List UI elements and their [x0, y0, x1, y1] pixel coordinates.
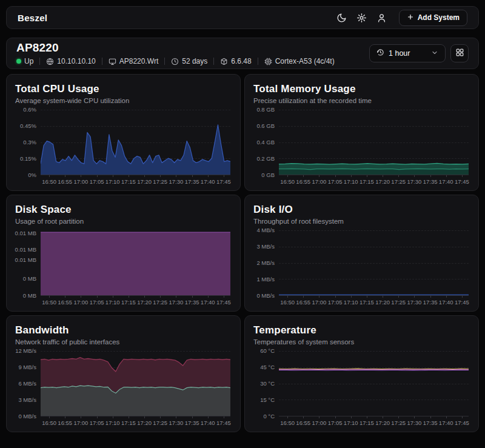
chart-plot-area[interactable]: [279, 110, 469, 175]
history-clock-icon: [376, 48, 384, 58]
x-tick-mark: [430, 175, 431, 177]
chart-title: Bandwidth: [15, 324, 230, 336]
divider: [39, 58, 40, 65]
y-tick-label: 60 °C: [260, 348, 275, 354]
x-tick-label: 17:05: [90, 178, 104, 185]
temperature-chart: 0 °C15 °C30 °C45 °C60 °C 16:5016:5517:00…: [253, 351, 469, 427]
x-tick-label: 17:10: [105, 299, 120, 306]
x-tick-mark: [113, 175, 113, 177]
x-tick-label: 17:25: [153, 420, 167, 426]
chart-subtitle: Precise utilization at the recorded time: [253, 97, 469, 104]
add-system-button[interactable]: Add System: [399, 10, 467, 26]
y-tick-label: 0 MB: [23, 293, 36, 299]
system-cpu-model: Cortex-A53 (4c/4t): [264, 57, 335, 65]
x-tick-mark: [287, 416, 288, 418]
x-tick-label: 16:50: [42, 299, 56, 306]
chart-plot-area[interactable]: [41, 351, 230, 416]
chart-subtitle: Network traffic of public interfaces: [15, 338, 230, 346]
x-tick-mark: [383, 175, 383, 177]
x-tick-label: 17:30: [407, 299, 422, 306]
x-tick-label: 17:45: [216, 178, 231, 185]
x-tick-mark: [224, 296, 224, 298]
divider: [164, 58, 165, 65]
user-icon: [376, 13, 387, 23]
divider: [258, 58, 258, 65]
x-tick-label: 17:20: [375, 178, 390, 185]
globe-icon: [46, 58, 54, 65]
x-tick-mark: [81, 416, 81, 418]
x-tick-label: 17:30: [407, 178, 422, 185]
memory-usage-card: Total Memory Usage Precise utilization a…: [244, 74, 479, 191]
chart-series-svg: [279, 351, 469, 416]
x-tick-label: 16:55: [296, 178, 310, 185]
y-tick-label: 0.45%: [20, 123, 36, 129]
x-tick-mark: [129, 296, 129, 298]
chart-subtitle: Usage of root partition: [15, 218, 230, 225]
y-tick-label: 0.01 MB: [15, 247, 36, 253]
y-tick-label: 0.4 GB: [256, 139, 275, 145]
x-tick-label: 17:40: [439, 420, 453, 426]
divider: [213, 58, 214, 65]
x-tick-label: 17:25: [391, 420, 406, 426]
x-tick-label: 17:40: [439, 178, 453, 185]
x-tick-label: 17:20: [375, 420, 390, 426]
y-tick-label: 0 MB/s: [18, 413, 36, 420]
disk-io-card: Disk I/O Throughput of root filesystem 0…: [244, 195, 479, 312]
x-tick-label: 17:45: [216, 420, 231, 426]
x-tick-mark: [81, 175, 81, 177]
x-tick-mark: [160, 296, 161, 298]
x-tick-mark: [383, 296, 383, 298]
divider: [102, 58, 102, 65]
x-tick-mark: [367, 175, 367, 177]
chart-series-svg: [279, 230, 469, 295]
y-axis-labels: 0%0.15%0.3%0.45%0.6%: [15, 110, 41, 175]
cpu-usage-card: Total CPU Usage Average system-wide CPU …: [6, 74, 241, 191]
x-tick-mark: [208, 296, 209, 298]
x-tick-label: 17:15: [360, 178, 374, 185]
x-axis-labels: 16:5016:5517:0017:0517:1017:1517:2017:25…: [279, 416, 469, 427]
chart-subtitle: Average system-wide CPU utilization: [15, 97, 230, 104]
x-tick-mark: [303, 175, 304, 177]
chart-plot-area[interactable]: [41, 230, 230, 296]
plus-icon: [407, 13, 414, 22]
x-tick-label: 16:55: [58, 420, 72, 426]
chevron-down-icon: [431, 49, 438, 58]
x-tick-label: 17:25: [153, 299, 167, 306]
theme-toggle-button[interactable]: [336, 13, 347, 23]
settings-button[interactable]: [356, 13, 367, 23]
chart-plot-area[interactable]: [41, 110, 230, 175]
x-tick-mark: [414, 416, 415, 418]
y-tick-label: 12 MB/s: [15, 348, 36, 354]
cpu-chip-icon: [264, 58, 272, 65]
header-actions: Add System: [336, 10, 467, 26]
system-meta-row: Up 10.10.10.10 AP8220.Wrt: [16, 57, 335, 65]
app-logo[interactable]: Beszel: [18, 13, 47, 23]
y-tick-label: 0.01 MB: [15, 257, 36, 263]
status-badge: Up: [16, 57, 33, 65]
layout-grid-icon: [455, 48, 464, 59]
y-tick-label: 0 °C: [263, 413, 275, 420]
x-tick-mark: [49, 296, 50, 298]
x-tick-label: 16:50: [280, 299, 295, 306]
y-tick-label: 0.2 GB: [256, 156, 275, 162]
y-tick-label: 0.15%: [20, 156, 36, 162]
y-tick-label: 3 MB/s: [18, 397, 36, 403]
x-tick-label: 17:25: [153, 178, 167, 185]
gear-icon: [356, 13, 367, 23]
x-tick-label: 17:30: [407, 420, 422, 426]
y-tick-label: 0 MB/s: [256, 293, 275, 299]
x-tick-label: 16:55: [58, 178, 72, 185]
x-tick-label: 17:05: [328, 178, 343, 185]
x-tick-mark: [97, 416, 98, 418]
layout-grid-button[interactable]: [450, 44, 469, 62]
x-tick-mark: [129, 175, 129, 177]
x-tick-mark: [287, 296, 288, 298]
user-menu-button[interactable]: [376, 13, 387, 23]
x-axis-labels: 16:5016:5517:0017:0517:1017:1517:2017:25…: [41, 416, 230, 427]
ip-label: 10.10.10.10: [57, 57, 95, 65]
time-range-select[interactable]: 1 hour: [369, 44, 446, 62]
chart-title: Disk I/O: [253, 204, 469, 216]
chart-plot-area[interactable]: [279, 351, 469, 416]
hostname-label: AP8220.Wrt: [119, 57, 158, 65]
chart-plot-area[interactable]: [279, 230, 469, 296]
